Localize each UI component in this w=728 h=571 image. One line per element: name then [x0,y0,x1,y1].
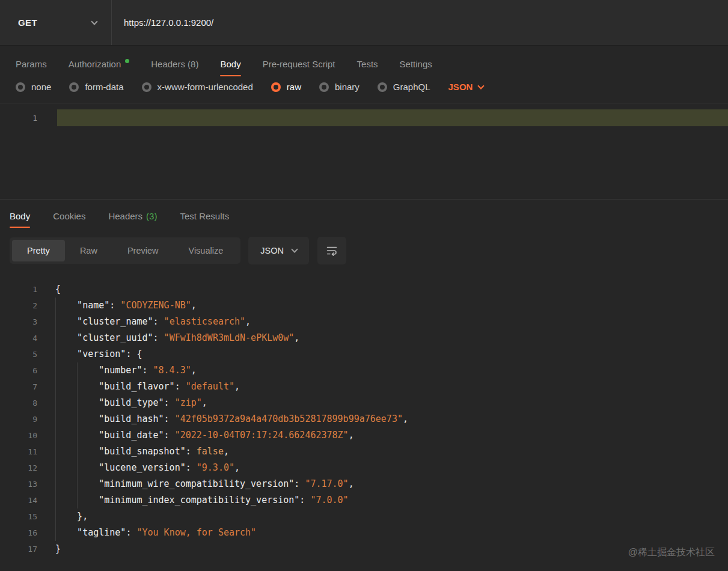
code-token: : [109,298,120,314]
indent-guide [55,492,77,508]
response-code[interactable]: 1{2"name": "CODYZENG-NB",3"cluster_name"… [0,274,728,557]
chevron-down-icon [91,18,97,25]
code-token: : [164,427,175,444]
tab-label: Params [16,59,47,69]
request-tab-pre-request-script[interactable]: Pre-request Script [263,47,335,81]
request-tab-params[interactable]: Params [16,47,47,81]
code-token: { [55,281,61,298]
view-mode-raw[interactable]: Raw [65,240,112,261]
chevron-down-icon [478,82,485,89]
line-number: 16 [0,525,37,541]
request-tabs: ParamsAuthorizationHeaders (8)BodyPre-re… [0,47,728,81]
tab-label: Pre-request Script [263,59,335,69]
view-mode-visualize[interactable]: Visualize [173,240,238,261]
indent-guide [55,476,77,492]
indent-guide [55,508,77,525]
code-line: 4"cluster_uuid": "WFwIh8dWR3mLdN-ePKLw0w… [0,330,728,346]
code-token: "You Know, for Search" [136,525,256,541]
line-content: "minimum_wire_compatibility_version": "7… [55,476,354,492]
body-type-binary[interactable]: binary [319,82,359,92]
code-token: , [294,330,299,346]
code-token: false [197,444,224,460]
response-format-label: JSON [260,246,284,255]
code-token: , [403,411,408,427]
method-selector[interactable]: GET [0,0,112,45]
code-token: "7.0.0" [310,492,348,508]
code-token: , [191,298,197,314]
code-token: "cluster_name" [77,314,153,330]
line-number: 12 [0,460,37,476]
response-tab-headers[interactable]: Headers(3) [108,200,157,232]
request-url-bar: GET https://127.0.0.1:9200/ [0,0,728,46]
radio-icon [142,82,151,92]
indent-guide [77,362,99,379]
line-content: }, [55,508,88,525]
method-label: GET [18,17,37,28]
request-format-label: JSON [448,82,473,92]
response-toolbar: PrettyRawPreviewVisualize JSON [0,232,728,274]
response-tab-test-results[interactable]: Test Results [180,200,229,232]
code-line: 1{ [0,281,728,298]
wrap-text-icon [326,245,338,257]
code-token: : { [126,346,142,362]
response-tab-cookies[interactable]: Cookies [53,200,85,232]
body-type-raw[interactable]: raw [271,82,301,92]
editor-line: 1 [0,109,728,126]
indent-guide [55,427,77,444]
line-content: "name": "CODYZENG-NB", [55,298,197,314]
indent-guide [55,525,77,541]
request-tab-settings[interactable]: Settings [400,47,432,81]
code-token: , [191,362,197,379]
request-tab-headers-8[interactable]: Headers (8) [151,47,198,81]
body-type-none[interactable]: none [16,82,51,92]
tab-label: Headers (8) [151,59,198,69]
response-format-dropdown[interactable]: JSON [248,237,309,264]
editor-active-line-highlight [57,109,728,126]
code-token: : [164,411,175,427]
response-tab-body[interactable]: Body [10,200,30,232]
line-number: 8 [0,395,37,411]
tab-label: Headers [108,211,142,221]
view-mode-pretty[interactable]: Pretty [12,240,65,261]
body-type-options: noneform-datax-www-form-urlencodedrawbin… [16,82,430,92]
request-tab-tests[interactable]: Tests [357,47,378,81]
body-type-form-data[interactable]: form-data [69,82,123,92]
line-number: 6 [0,362,37,379]
code-token: "7.17.0" [305,476,348,492]
line-content: } [55,541,61,557]
code-line: 14"minimum_index_compatibility_version":… [0,492,728,508]
line-content: { [55,281,61,298]
line-number: 15 [0,508,37,525]
url-input[interactable]: https://127.0.0.1:9200/ [112,0,728,45]
code-token: "number" [99,362,142,379]
request-body-editor[interactable]: 1 [0,103,728,200]
line-content: "lucene_version": "9.3.0", [55,460,240,476]
radio-icon [16,82,25,92]
code-line: 15}, [0,508,728,525]
code-line: 3"cluster_name": "elasticsearch", [0,314,728,330]
line-number: 14 [0,492,37,508]
code-token: : [126,525,136,541]
indent-guide [77,379,99,395]
code-token: "2022-10-04T07:17:24.662462378Z" [175,427,349,444]
request-tab-body[interactable]: Body [220,47,240,81]
code-token: "version" [77,346,126,362]
indent-guide [55,346,77,362]
body-type-x-www-form-urlencoded[interactable]: x-www-form-urlencoded [142,82,253,92]
code-token: , [234,460,240,476]
line-number: 13 [0,476,37,492]
code-line: 17} [0,541,728,557]
request-format-dropdown[interactable]: JSON [448,82,484,92]
view-mode-preview[interactable]: Preview [112,240,174,261]
radio-icon [271,82,281,92]
request-tab-authorization[interactable]: Authorization [69,47,130,81]
line-number: 3 [0,314,37,330]
code-token: "build_date" [99,427,164,444]
code-line: 7"build_flavor": "default", [0,379,728,395]
body-type-graphql[interactable]: GraphQL [378,82,430,92]
wrap-text-button[interactable] [317,237,346,264]
line-number: 1 [0,281,37,298]
code-line: 9"build_hash": "42f05b9372a9a4a470db3b52… [0,411,728,427]
body-type-label: raw [287,82,301,92]
body-type-label: binary [335,82,359,92]
